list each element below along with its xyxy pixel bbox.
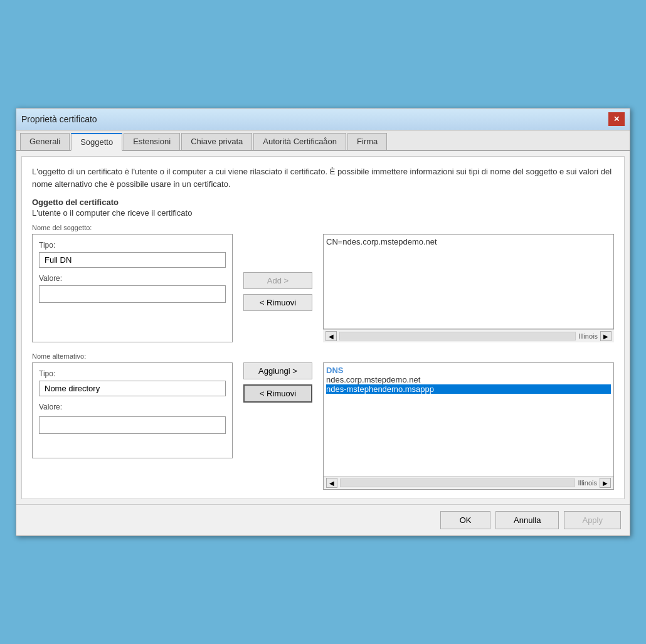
oggetto-title: Oggetto del certificato <box>32 198 614 207</box>
rimuovi-button-1[interactable]: < Rimuovi <box>243 294 312 311</box>
title-bar: Proprietà certificato ✕ <box>16 108 630 130</box>
subject-cn-text: CN=ndes.corp.mstepdemo.net <box>326 237 437 246</box>
main-content: L'oggetto di un certificato è l'utente o… <box>21 156 625 499</box>
tab-autorita[interactable]: Autorità Certificaåon <box>253 133 346 150</box>
tab-generali[interactable]: Generali <box>20 133 70 150</box>
dns-entry-1: ndes.corp.mstepdemo.net <box>326 375 611 384</box>
alt-right-outer: DNS ndes.corp.mstepdemo.net ndes-mstephe… <box>323 362 614 490</box>
dns-label: DNS <box>326 366 343 375</box>
annulla-button[interactable]: Annulla <box>495 511 559 529</box>
dns-entry-2[interactable]: ndes-mstephendemo.msappp <box>326 384 611 394</box>
alt-middle-buttons: Aggiungi > < Rimuovi <box>240 362 315 403</box>
valore-input-2[interactable] <box>39 416 226 434</box>
valore-area-2 <box>39 414 226 451</box>
close-button[interactable]: ✕ <box>608 112 625 126</box>
certificate-properties-dialog: Proprietà certificato ✕ Generali Soggett… <box>16 108 630 536</box>
tab-estensioni[interactable]: Estensioni <box>124 133 180 150</box>
nome-soggetto-label: Nome del soggetto: <box>32 224 614 231</box>
alt-left-panel: Tipo: Nome directory DNS URL Indirizzo I… <box>32 362 233 458</box>
tab-soggetto[interactable]: Soggetto <box>71 133 122 151</box>
tipo-select-wrap-2: Nome directory DNS URL Indirizzo IP Emai… <box>39 381 226 396</box>
subject-middle-buttons: Add > < Rimuovi <box>240 234 315 342</box>
footer-bar: OK Annulla Apply <box>16 504 630 536</box>
tipo-select-wrap-1: Full DN Nome comune Paese <box>39 252 226 268</box>
tipo-label-1: Tipo: <box>39 241 226 250</box>
add-button[interactable]: Add > <box>243 272 312 289</box>
oggetto-subtitle: L'utente o il computer che riceve il cer… <box>32 208 614 218</box>
illinois-label-2: Illinois <box>578 479 597 487</box>
aggiungi-button[interactable]: Aggiungi > <box>243 362 312 379</box>
tipo-label-2: Tipo: <box>39 369 226 378</box>
tipo-select-2[interactable]: Nome directory DNS URL Indirizzo IP Emai… <box>39 381 226 396</box>
scroll-right-btn-2[interactable]: ▶ <box>600 478 611 488</box>
tab-firma[interactable]: Firma <box>347 133 387 150</box>
tipo-select-1[interactable]: Full DN Nome comune Paese <box>39 252 226 268</box>
scroll-track-1[interactable] <box>339 332 576 340</box>
subject-row: Tipo: Full DN Nome comune Paese Valore: … <box>32 234 614 342</box>
subject-right-content: CN=ndes.corp.mstepdemo.net <box>324 235 613 329</box>
subject-left-panel: Tipo: Full DN Nome comune Paese Valore: <box>32 234 233 342</box>
scroll-track-2[interactable] <box>340 478 575 487</box>
subject-scrollbar: ◀ Illinois ▶ <box>323 329 614 342</box>
illinois-label-1: Illinois <box>578 332 598 340</box>
subject-right-outer: CN=ndes.corp.mstepdemo.net ◀ Illinois ▶ <box>323 234 614 342</box>
nome-alternativo-label: Nome alternativo: <box>32 352 614 360</box>
description-text: L'oggetto di un certificato è l'utente o… <box>32 166 614 190</box>
tab-bar: Generali Soggetto Estensioni Chiave priv… <box>16 130 630 151</box>
valore-label-2: Valore: <box>39 403 226 411</box>
scroll-left-btn-2[interactable]: ◀ <box>326 478 337 488</box>
alt-scrollbar: ◀ Illinois ▶ <box>324 476 613 489</box>
dialog-title: Proprietà certificato <box>21 114 97 124</box>
valore-label-1: Valore: <box>39 274 226 283</box>
apply-button[interactable]: Apply <box>564 511 621 529</box>
alt-right-content: DNS ndes.corp.mstepdemo.net ndes-mstephe… <box>324 363 613 476</box>
scroll-left-btn-1[interactable]: ◀ <box>326 331 337 341</box>
rimuovi-button-2[interactable]: < Rimuovi <box>243 384 312 403</box>
scroll-right-btn-1[interactable]: ▶ <box>600 331 612 341</box>
alt-row: Tipo: Nome directory DNS URL Indirizzo I… <box>32 362 614 490</box>
tab-chiave-privata[interactable]: Chiave privata <box>181 133 252 150</box>
subject-right-panel: CN=ndes.corp.mstepdemo.net <box>323 234 614 329</box>
ok-button[interactable]: OK <box>440 511 490 529</box>
valore-input-1[interactable] <box>39 285 226 303</box>
